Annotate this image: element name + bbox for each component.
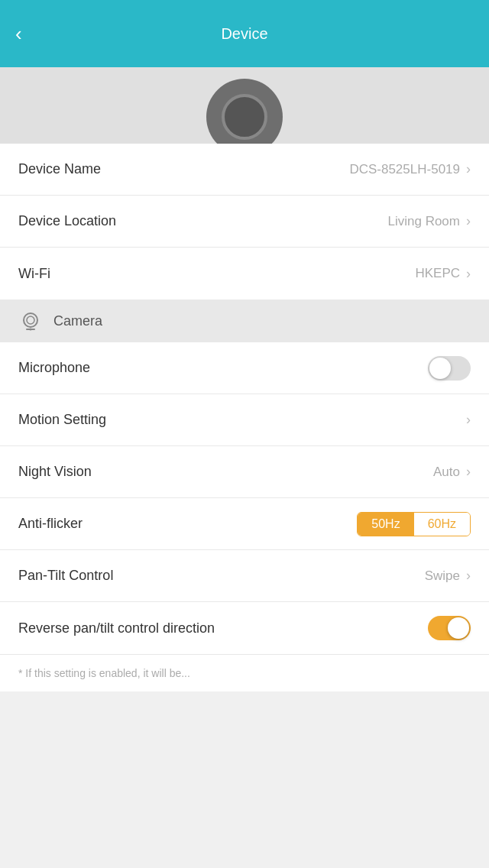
anti-flicker-50hz[interactable]: 50Hz <box>358 513 413 536</box>
back-button[interactable]: ‹ <box>15 22 22 46</box>
microphone-toggle[interactable] <box>428 356 471 381</box>
anti-flicker-segmented[interactable]: 50Hz 60Hz <box>357 512 471 536</box>
anti-flicker-60hz[interactable]: 60Hz <box>414 513 470 536</box>
device-name-chevron: › <box>466 161 471 177</box>
microphone-toggle-thumb <box>429 358 451 379</box>
device-location-row[interactable]: Device Location Living Room › <box>0 196 489 248</box>
device-info-group: Device Name DCS-8525LH-5019 › Device Loc… <box>0 144 489 300</box>
motion-setting-value: › <box>466 412 471 428</box>
night-vision-label: Night Vision <box>18 464 92 480</box>
pan-tilt-label: Pan-Tilt Control <box>18 568 113 584</box>
night-vision-chevron: › <box>466 464 471 480</box>
pan-tilt-value: Swipe › <box>425 568 471 584</box>
pan-tilt-row[interactable]: Pan-Tilt Control Swipe › <box>0 550 489 602</box>
svg-point-0 <box>24 313 37 327</box>
page-title: Device <box>221 25 267 43</box>
camera-circle-image <box>206 79 283 144</box>
microphone-label: Microphone <box>18 360 90 376</box>
header: ‹ Device <box>0 0 489 67</box>
device-location-label: Device Location <box>18 213 116 229</box>
camera-lens <box>222 94 267 140</box>
camera-section-label: Camera <box>53 313 102 329</box>
bottom-note-text: * If this setting is enabled, it will be… <box>18 667 190 679</box>
camera-section-header: Camera <box>0 300 489 342</box>
device-name-label: Device Name <box>18 161 101 177</box>
svg-point-1 <box>27 316 34 324</box>
wifi-label: Wi-Fi <box>18 266 50 282</box>
camera-icon <box>19 309 42 332</box>
device-location-chevron: › <box>466 213 471 229</box>
reverse-pan-tilt-row[interactable]: Reverse pan/tilt control direction <box>0 602 489 654</box>
bottom-note: * If this setting is enabled, it will be… <box>0 654 489 691</box>
wifi-value: HKEPC › <box>415 266 471 282</box>
microphone-row[interactable]: Microphone <box>0 342 489 394</box>
motion-setting-chevron: › <box>466 412 471 428</box>
device-name-row[interactable]: Device Name DCS-8525LH-5019 › <box>0 144 489 196</box>
device-name-value: DCS-8525LH-5019 › <box>349 161 471 177</box>
motion-setting-row[interactable]: Motion Setting › <box>0 394 489 446</box>
anti-flicker-row[interactable]: Anti-flicker 50Hz 60Hz <box>0 498 489 550</box>
reverse-pan-tilt-toggle-thumb <box>448 617 469 639</box>
wifi-chevron: › <box>466 266 471 282</box>
night-vision-row[interactable]: Night Vision Auto › <box>0 446 489 498</box>
device-location-value: Living Room › <box>388 213 471 229</box>
camera-preview <box>0 67 489 144</box>
camera-section-icon <box>18 309 43 333</box>
wifi-row[interactable]: Wi-Fi HKEPC › <box>0 248 489 300</box>
anti-flicker-label: Anti-flicker <box>18 516 83 532</box>
motion-setting-label: Motion Setting <box>18 412 106 428</box>
reverse-pan-tilt-toggle[interactable] <box>428 616 471 640</box>
camera-settings-group: Microphone Motion Setting › Night Vision… <box>0 342 489 654</box>
reverse-pan-tilt-label: Reverse pan/tilt control direction <box>18 620 215 636</box>
night-vision-value: Auto › <box>433 464 471 480</box>
pan-tilt-chevron: › <box>466 568 471 584</box>
